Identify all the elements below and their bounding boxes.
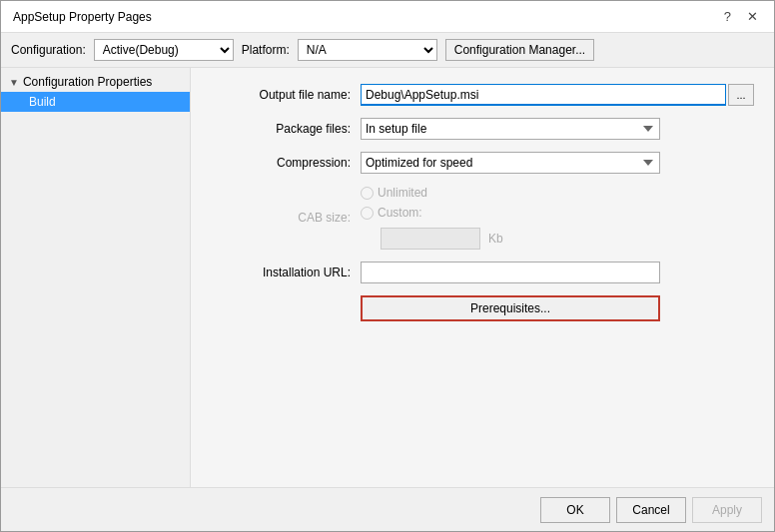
custom-radio-row: Custom: xyxy=(361,206,503,220)
sidebar-child-label: Build xyxy=(29,95,56,109)
window: AppSetup Property Pages ? ✕ Configuratio… xyxy=(0,0,775,532)
compression-dropdown-wrapper: Optimized for speedOptimized for sizeNon… xyxy=(361,152,660,174)
package-files-select[interactable]: In setup fileAs loose uncompressed files… xyxy=(361,118,660,140)
apply-button[interactable]: Apply xyxy=(692,497,762,523)
kb-unit-label: Kb xyxy=(488,232,503,246)
content-area: ▼ Configuration Properties Build Output … xyxy=(1,68,774,487)
custom-radio[interactable] xyxy=(361,207,374,220)
unlimited-radio[interactable] xyxy=(361,187,374,200)
sidebar-item-config-properties[interactable]: ▼ Configuration Properties xyxy=(1,72,190,92)
tree-arrow-icon: ▼ xyxy=(9,77,19,88)
sidebar: ▼ Configuration Properties Build xyxy=(1,68,191,487)
close-button[interactable]: ✕ xyxy=(743,10,762,23)
output-file-input[interactable] xyxy=(361,84,726,106)
config-select[interactable]: Active(Debug) xyxy=(94,39,234,61)
config-label: Configuration: xyxy=(11,43,86,57)
prerequisites-button[interactable]: Prerequisites... xyxy=(361,295,660,321)
platform-select[interactable]: N/A xyxy=(298,39,437,61)
sidebar-item-build[interactable]: Build xyxy=(1,92,190,112)
installation-url-label: Installation URL: xyxy=(211,266,361,279)
cab-size-label: CAB size: xyxy=(211,211,361,225)
title-bar-controls: ? ✕ xyxy=(720,10,762,23)
main-panel: Output file name: ... Package files: In … xyxy=(191,68,774,487)
toolbar: Configuration: Active(Debug) Platform: N… xyxy=(1,33,774,68)
compression-select[interactable]: Optimized for speedOptimized for sizeNon… xyxy=(361,152,660,174)
platform-label: Platform: xyxy=(242,43,290,57)
help-button[interactable]: ? xyxy=(720,10,735,23)
sidebar-parent-label: Configuration Properties xyxy=(23,75,152,89)
output-file-label: Output file name: xyxy=(211,88,361,102)
installation-url-row: Installation URL: xyxy=(211,262,754,283)
prerequisites-row: Prerequisites... xyxy=(211,295,754,321)
compression-label: Compression: xyxy=(211,156,361,170)
cancel-button[interactable]: Cancel xyxy=(616,497,686,523)
cab-radio-group: Unlimited Custom: xyxy=(361,186,503,220)
kb-row: Kb xyxy=(361,224,503,250)
config-manager-button[interactable]: Configuration Manager... xyxy=(445,39,594,61)
title-bar: AppSetup Property Pages ? ✕ xyxy=(1,1,774,33)
package-files-dropdown-wrapper: In setup fileAs loose uncompressed files… xyxy=(361,118,660,140)
window-title: AppSetup Property Pages xyxy=(13,10,152,24)
installation-url-input[interactable] xyxy=(361,262,660,283)
cab-size-options: Unlimited Custom: Kb xyxy=(361,186,503,250)
compression-row: Compression: Optimized for speedOptimize… xyxy=(211,152,754,174)
browse-button[interactable]: ... xyxy=(728,84,754,106)
custom-label: Custom: xyxy=(378,206,422,220)
kb-input[interactable] xyxy=(381,228,480,250)
unlimited-radio-row: Unlimited xyxy=(361,186,503,200)
cab-size-row: CAB size: Unlimited Custom: xyxy=(211,186,754,250)
package-files-label: Package files: xyxy=(211,122,361,136)
package-files-row: Package files: In setup fileAs loose unc… xyxy=(211,118,754,140)
ok-button[interactable]: OK xyxy=(540,497,610,523)
output-file-row: Output file name: ... xyxy=(211,84,754,106)
output-file-control-group: ... xyxy=(361,84,754,106)
unlimited-label: Unlimited xyxy=(378,186,427,200)
bottom-bar: OK Cancel Apply xyxy=(1,487,774,531)
